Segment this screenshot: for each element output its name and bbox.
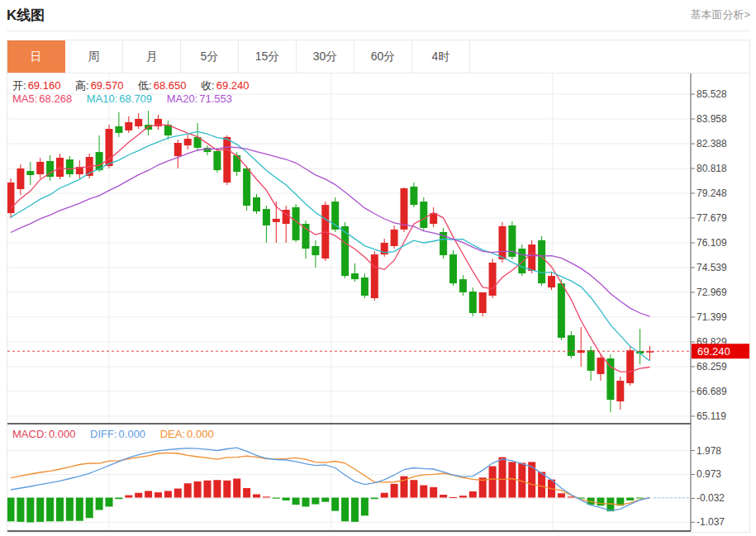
candle-up <box>597 358 605 374</box>
tab-60min[interactable]: 60分 <box>354 40 412 73</box>
tab-30min[interactable]: 30分 <box>297 40 354 73</box>
candle-down <box>302 224 310 249</box>
ma20-value: 71.553 <box>199 92 232 105</box>
ma-readout: MA5:68.268 MA10:68.709 MA20:71.553 <box>12 92 234 105</box>
header: K线图 基本面分析> <box>7 0 750 31</box>
macd-bar <box>371 498 378 500</box>
tab-4hour[interactable]: 4时 <box>412 40 470 73</box>
tab-week[interactable]: 周 <box>65 40 123 73</box>
tab-month[interactable]: 月 <box>123 40 181 73</box>
macd-bar <box>499 458 506 498</box>
close-label: 收: <box>201 79 215 92</box>
macd-readout: MACD:0.000 DIFF:0.000 DEA:0.000 <box>12 428 216 440</box>
macd-bar <box>283 498 290 500</box>
candle-down <box>587 350 595 371</box>
axis-tick-label: 0.973 <box>697 468 721 480</box>
candle-up <box>7 183 15 213</box>
macd-bar <box>311 498 319 505</box>
macd-bar <box>243 488 250 498</box>
high-value: 69.570 <box>91 79 124 92</box>
candle-up <box>135 119 142 126</box>
macd-bar <box>233 478 240 497</box>
macd-bar <box>115 498 122 500</box>
axis-tick-label: 80.818 <box>697 163 727 174</box>
candle-down <box>243 168 250 206</box>
axis-tick-label: -0.032 <box>697 492 725 504</box>
candle-down <box>292 207 300 240</box>
candle-up <box>548 276 555 287</box>
macd-bar <box>17 498 24 522</box>
macd-bar <box>321 498 329 502</box>
macd-bar <box>420 486 427 498</box>
candle-down <box>459 279 467 292</box>
tab-15min[interactable]: 15分 <box>239 40 297 73</box>
macd-bar <box>469 491 477 497</box>
candle-down <box>213 151 221 170</box>
diff-value: 0.000 <box>119 428 146 440</box>
candle-up <box>489 263 497 296</box>
axis-tick-label: 85.528 <box>697 88 727 100</box>
axis-tick-label: 77.679 <box>697 212 727 224</box>
macd-bar <box>292 498 300 505</box>
axis-tick-label: 65.119 <box>697 410 726 422</box>
axis-tick-label: 83.958 <box>697 113 727 125</box>
open-label: 开: <box>12 79 26 92</box>
macd-bar <box>204 481 212 498</box>
macd-value: 0.000 <box>49 428 76 440</box>
axis-tick-label: 1.978 <box>697 445 721 457</box>
high-label: 高: <box>75 79 89 92</box>
ma10-label: MA10: <box>87 92 118 105</box>
axis-tick-label: 74.539 <box>697 262 727 273</box>
ma10-value: 68.709 <box>119 92 152 105</box>
candle-down <box>606 358 614 400</box>
candle-down <box>558 283 565 338</box>
macd-bar <box>46 498 54 522</box>
macd-bar <box>263 496 270 497</box>
macd-bar <box>430 487 437 498</box>
macd-bar <box>410 480 417 497</box>
ma5-value: 68.268 <box>39 92 72 105</box>
tab-5min[interactable]: 5分 <box>181 40 239 73</box>
ma5-label: MA5: <box>12 92 37 105</box>
candle-down <box>253 197 260 211</box>
macd-bar <box>351 498 359 522</box>
macd-bar <box>125 496 132 498</box>
candle-down <box>263 209 270 225</box>
macd-bar <box>489 467 497 498</box>
macd-bar <box>558 493 565 497</box>
macd-bar <box>174 489 182 498</box>
kline-canvas[interactable]: 85.52883.95882.38880.81879.24877.67976.1… <box>7 74 749 532</box>
macd-bar <box>96 498 103 510</box>
fundamental-analysis-link[interactable]: 基本面分析> <box>690 7 750 22</box>
candle-down <box>568 335 575 356</box>
candle-up <box>223 137 231 183</box>
candle-down <box>115 126 122 133</box>
macd-bar <box>459 496 467 497</box>
candle-up <box>125 122 132 130</box>
tab-day[interactable]: 日 <box>7 40 65 73</box>
candle-up <box>174 143 182 156</box>
macd-bar <box>145 491 152 497</box>
dea-label: DEA: <box>160 428 185 440</box>
macd-bar <box>86 498 93 519</box>
candle-up <box>479 292 487 313</box>
macd-bar <box>106 498 113 507</box>
candle-up <box>616 381 624 401</box>
low-label: 低: <box>138 79 152 92</box>
candle-up <box>17 168 24 189</box>
candle-up <box>273 219 280 222</box>
macd-bar <box>66 498 74 521</box>
candle-down <box>518 249 525 273</box>
candle-up <box>56 158 64 177</box>
candle-up <box>184 139 192 145</box>
axis-tick-label: -1.037 <box>697 516 725 528</box>
macd-bar <box>449 497 457 498</box>
macd-bar <box>184 483 192 497</box>
low-value: 68.650 <box>154 79 187 92</box>
candle-down <box>420 202 427 228</box>
candle-up <box>528 244 535 271</box>
axis-tick-label: 68.259 <box>697 361 727 372</box>
candle-down <box>233 155 240 172</box>
kline-widget: { "header": { "title": "K线图", "link": "基… <box>0 0 756 536</box>
axis-tick-label: 82.388 <box>697 138 727 149</box>
